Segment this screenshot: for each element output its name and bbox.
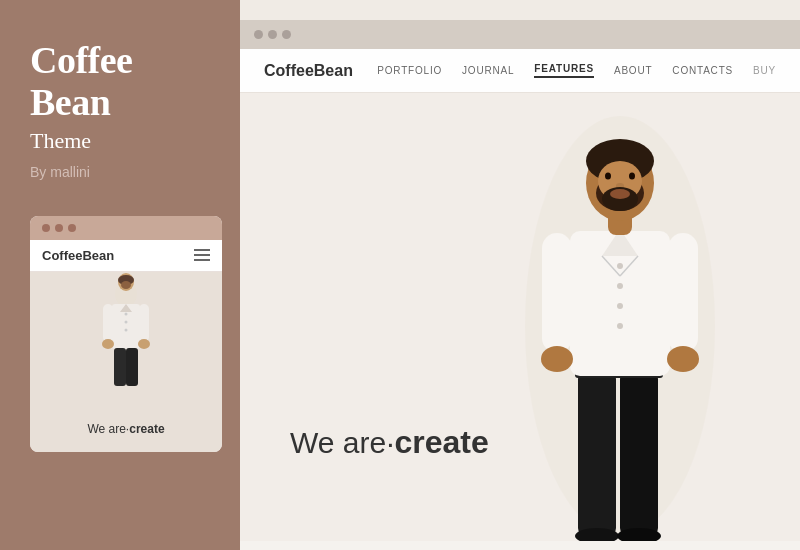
svg-rect-16 <box>578 371 616 536</box>
mobile-dot-1 <box>42 224 50 232</box>
desktop-hero-image <box>520 111 720 541</box>
hero-text: We are·create <box>290 424 489 461</box>
svg-point-34 <box>605 173 611 180</box>
svg-rect-26 <box>668 233 698 353</box>
theme-subtitle: Theme <box>30 128 210 154</box>
desktop-hero: We are·create <box>240 93 800 541</box>
mobile-logo-regular: Coffee <box>42 248 82 263</box>
mobile-hero: We are·create <box>30 272 222 452</box>
svg-rect-11 <box>126 348 138 386</box>
svg-point-22 <box>617 283 623 289</box>
svg-rect-7 <box>139 304 149 342</box>
svg-point-28 <box>667 346 699 372</box>
desktop-browser: CoffeeBean PORTFOLIO JOURNAL FEATURES AB… <box>240 20 800 550</box>
mobile-browser-bar <box>30 216 222 240</box>
mobile-dot-2 <box>55 224 63 232</box>
svg-point-24 <box>617 323 623 329</box>
nav-buy[interactable]: BUY <box>753 65 776 76</box>
mobile-hero-text: We are·create <box>30 422 222 436</box>
theme-title: Coffee Bean <box>30 40 210 124</box>
svg-point-8 <box>102 339 114 349</box>
nav-journal[interactable]: JOURNAL <box>462 65 514 76</box>
desktop-navbar: CoffeeBean PORTFOLIO JOURNAL FEATURES AB… <box>240 49 800 93</box>
browser-dot-1 <box>254 30 263 39</box>
desktop-logo-regular: Coffee <box>264 62 314 79</box>
mobile-logo-bold: Bean <box>82 248 114 263</box>
browser-dot-2 <box>268 30 277 39</box>
mobile-hero-regular-text: We are· <box>87 422 129 436</box>
theme-author: By mallini <box>30 164 210 180</box>
title-line2: Bean <box>30 81 110 123</box>
mobile-logo: CoffeeBean <box>42 248 114 263</box>
right-panel: CoffeeBean PORTFOLIO JOURNAL FEATURES AB… <box>240 0 800 550</box>
desktop-logo-bold: Bean <box>314 62 353 79</box>
hero-regular-text: We are· <box>290 426 395 459</box>
svg-point-38 <box>610 189 630 199</box>
desktop-navigation: PORTFOLIO JOURNAL FEATURES ABOUT CONTACT… <box>377 63 776 78</box>
svg-point-3 <box>121 281 131 289</box>
mobile-hero-bold-text: create <box>129 422 164 436</box>
nav-portfolio[interactable]: PORTFOLIO <box>377 65 442 76</box>
mobile-dot-3 <box>68 224 76 232</box>
svg-point-35 <box>629 173 635 180</box>
hero-bold-text: create <box>395 424 489 460</box>
nav-features[interactable]: FEATURES <box>534 63 594 78</box>
mobile-navbar: CoffeeBean <box>30 240 222 272</box>
browser-dot-3 <box>282 30 291 39</box>
mobile-hamburger-icon[interactable] <box>194 249 210 261</box>
mobile-hero-image <box>96 272 156 387</box>
nav-about[interactable]: ABOUT <box>614 65 652 76</box>
desktop-logo: CoffeeBean <box>264 62 353 80</box>
svg-rect-25 <box>542 233 572 353</box>
title-line1: Coffee <box>30 39 132 81</box>
svg-point-9 <box>138 339 150 349</box>
svg-point-23 <box>617 303 623 309</box>
svg-rect-10 <box>114 348 126 386</box>
svg-rect-17 <box>620 371 658 536</box>
left-panel: Coffee Bean Theme By mallini CoffeeBean <box>0 0 240 550</box>
svg-point-12 <box>125 312 128 315</box>
svg-point-21 <box>617 263 623 269</box>
nav-contacts[interactable]: CONTACTS <box>672 65 733 76</box>
mobile-preview-card: CoffeeBean <box>30 216 222 452</box>
svg-point-13 <box>125 320 128 323</box>
desktop-browser-bar <box>240 20 800 49</box>
svg-rect-6 <box>103 304 113 342</box>
svg-point-27 <box>541 346 573 372</box>
svg-point-14 <box>125 328 128 331</box>
